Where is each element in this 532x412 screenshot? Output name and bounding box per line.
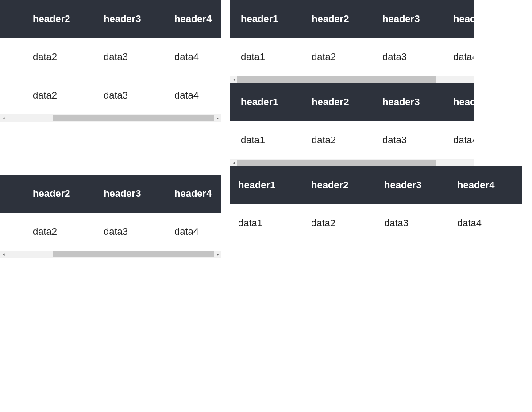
table-cell: data1 — [230, 38, 301, 76]
col-header: header1 — [0, 0, 22, 38]
table-cell: data3 — [376, 204, 449, 242]
col-header: header3 — [372, 83, 443, 121]
scroll-thumb[interactable] — [237, 76, 436, 83]
table-header-row: header1 header2 header3 header4 — [230, 83, 474, 121]
table-c-scroll[interactable]: header1 header2 header3 header4 data1 da… — [230, 83, 474, 159]
table-cell: data3 — [93, 76, 164, 115]
table-e: header1 header2 header3 header4 data1 da… — [230, 166, 522, 242]
table-cell: data3 — [93, 213, 164, 251]
table-cell: data2 — [22, 213, 93, 251]
table-panel-a: header1 header2 header3 header4 data1 da… — [0, 0, 221, 122]
horizontal-scrollbar[interactable]: ◂ ▸ — [0, 114, 221, 122]
table-cell: data4 — [443, 38, 474, 76]
table-d-scroll[interactable]: header1 header2 header3 header4 data1 da… — [0, 175, 221, 251]
col-header: header1 — [230, 83, 301, 121]
col-header: header1 — [0, 175, 22, 213]
col-header: header4 — [164, 175, 221, 213]
table-a-scroll[interactable]: header1 header2 header3 header4 data1 da… — [0, 0, 221, 114]
table-panel-d: header1 header2 header3 header4 data1 da… — [0, 175, 221, 258]
col-header: header4 — [164, 0, 221, 38]
table-a: header1 header2 header3 header4 data1 da… — [0, 0, 221, 114]
col-header: header2 — [22, 175, 93, 213]
table-panel-b: header1 header2 header3 header4 data1 da… — [230, 0, 474, 83]
table-cell: data3 — [93, 38, 164, 76]
table-cell: data4 — [164, 38, 221, 76]
col-header: header2 — [301, 83, 372, 121]
col-header: header3 — [376, 166, 449, 204]
col-header: header3 — [93, 175, 164, 213]
table-cell: data4 — [443, 121, 474, 159]
scroll-thumb[interactable] — [237, 160, 436, 166]
table-header-row: header1 header2 header3 header4 — [230, 0, 474, 38]
table-header-row: header1 header2 header3 header4 — [0, 175, 221, 213]
col-header: header4 — [443, 83, 474, 121]
table-row: data1 data2 data3 data4 — [0, 76, 221, 115]
scroll-left-arrow-icon[interactable]: ◂ — [0, 251, 7, 258]
table-d: header1 header2 header3 header4 data1 da… — [0, 175, 221, 251]
horizontal-scrollbar[interactable]: ◂ — [230, 76, 474, 83]
table-cell: data1 — [230, 204, 303, 242]
table-row: data1 data2 data3 data4 — [230, 121, 474, 159]
table-cell: data2 — [22, 76, 93, 115]
scroll-left-arrow-icon[interactable]: ◂ — [230, 76, 237, 83]
horizontal-scrollbar[interactable]: ◂ ▸ — [0, 251, 221, 258]
table-cell: data3 — [372, 38, 443, 76]
scroll-thumb[interactable] — [53, 115, 214, 121]
col-header: header3 — [372, 0, 443, 38]
col-header: header2 — [303, 166, 376, 204]
table-cell: data1 — [0, 76, 22, 115]
table-cell: data2 — [301, 38, 372, 76]
table-row: data1 data2 data3 data4 — [230, 38, 474, 76]
scroll-left-arrow-icon[interactable]: ◂ — [0, 114, 7, 122]
table-cell: data2 — [303, 204, 376, 242]
table-cell: data4 — [164, 213, 221, 251]
table-row: data1 data2 data3 data4 — [230, 204, 522, 242]
table-cell: data2 — [22, 38, 93, 76]
scroll-right-arrow-icon[interactable]: ▸ — [214, 251, 221, 258]
table-cell: data4 — [164, 76, 221, 115]
table-header-row: header1 header2 header3 header4 — [0, 0, 221, 38]
table-row: data1 data2 data3 data4 — [0, 38, 221, 76]
table-cell: data1 — [230, 121, 301, 159]
col-header: header4 — [443, 0, 474, 38]
table-panel-e: header1 header2 header3 header4 data1 da… — [230, 166, 532, 242]
table-b: header1 header2 header3 header4 data1 da… — [230, 0, 474, 76]
table-cell: data3 — [372, 121, 443, 159]
scroll-thumb[interactable] — [53, 251, 214, 257]
col-header: header2 — [22, 0, 93, 38]
table-panel-c: header1 header2 header3 header4 data1 da… — [230, 83, 474, 166]
table-cell: data1 — [0, 38, 22, 76]
col-header: header1 — [230, 166, 303, 204]
table-row: data1 data2 data3 data4 — [0, 213, 221, 251]
col-header: header2 — [301, 0, 372, 38]
table-cell: data4 — [449, 204, 522, 242]
horizontal-scrollbar[interactable]: ◂ — [230, 159, 474, 166]
scroll-right-arrow-icon[interactable]: ▸ — [214, 114, 221, 122]
table-cell: data2 — [301, 121, 372, 159]
table-e-wrap: header1 header2 header3 header4 data1 da… — [230, 166, 522, 242]
table-c: header1 header2 header3 header4 data1 da… — [230, 83, 474, 159]
table-header-row: header1 header2 header3 header4 — [230, 166, 522, 204]
col-header: header3 — [93, 0, 164, 38]
col-header: header4 — [449, 166, 522, 204]
table-cell: data1 — [0, 213, 22, 251]
scroll-left-arrow-icon[interactable]: ◂ — [230, 159, 237, 166]
table-b-scroll[interactable]: header1 header2 header3 header4 data1 da… — [230, 0, 474, 76]
col-header: header1 — [230, 0, 301, 38]
